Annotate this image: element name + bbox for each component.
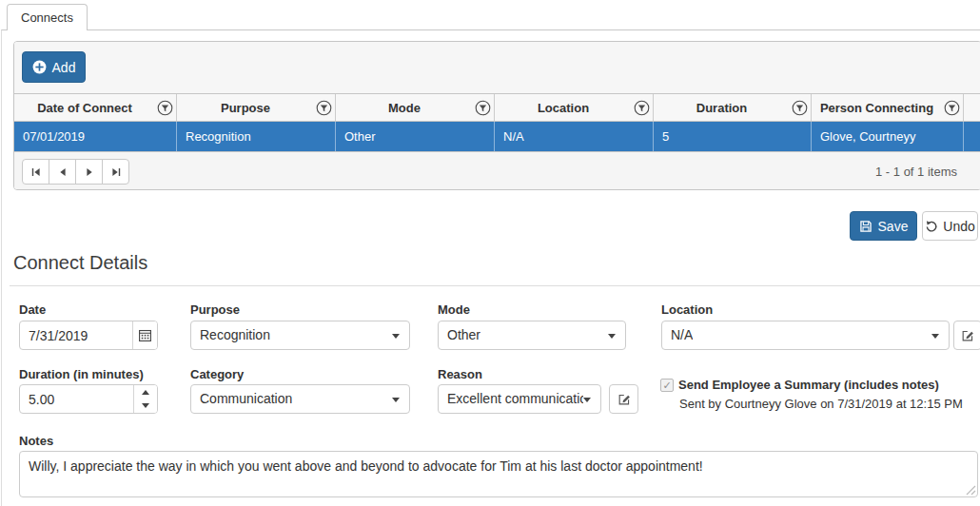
floppy-disk-icon	[859, 220, 872, 233]
duration-stepper	[19, 384, 158, 414]
reason-edit-button[interactable]	[609, 384, 638, 414]
location-select[interactable]: N/A	[661, 321, 950, 350]
undo-arrow-icon	[925, 220, 938, 233]
section-divider	[10, 285, 980, 286]
column-header-duration[interactable]: Duration	[654, 94, 812, 121]
spinner-up-button[interactable]	[134, 385, 157, 399]
mode-label: Mode	[438, 302, 470, 317]
spinner-buttons	[133, 385, 157, 413]
previous-page-icon	[57, 166, 69, 178]
chevron-down-icon	[608, 334, 616, 339]
tab-connects-label: Connects	[21, 10, 73, 25]
category-select[interactable]: Communication	[190, 384, 410, 414]
column-header-location[interactable]: Location	[495, 94, 654, 121]
add-button-label: Add	[52, 60, 76, 75]
cell-duration: 5	[654, 122, 812, 151]
chevron-down-icon	[583, 398, 591, 402]
cell-date-of-connect: 07/01/2019	[14, 122, 177, 151]
calendar-icon	[138, 328, 152, 342]
purpose-label: Purpose	[190, 302, 240, 317]
grid-header-row: Date of Connect Purpose Mode Location Du…	[14, 94, 980, 122]
column-header-person-connecting[interactable]: Person Connecting	[812, 94, 964, 121]
grid-pager: 1 - 1 of 1 items	[14, 151, 980, 189]
connects-grid: Add Date of Connect Purpose Mode Locatio…	[13, 41, 980, 190]
edit-pencil-icon	[617, 393, 631, 406]
column-header-date-of-connect[interactable]: Date of Connect	[14, 94, 177, 121]
purpose-select[interactable]: Recognition	[190, 321, 410, 350]
cell-filler	[964, 122, 980, 151]
resize-grip-icon	[966, 485, 976, 496]
cell-mode: Other	[336, 122, 495, 151]
pager-first-button[interactable]	[22, 159, 49, 185]
column-header-label: Mode	[388, 101, 421, 115]
filter-icon[interactable]	[474, 99, 491, 116]
column-header-label: Location	[538, 101, 589, 115]
column-header-label: Person Connecting	[820, 101, 933, 115]
chevron-down-icon	[931, 334, 939, 339]
column-header-mode[interactable]: Mode	[336, 94, 495, 121]
filter-icon[interactable]	[791, 99, 808, 116]
date-picker	[19, 321, 158, 350]
save-button[interactable]: Save	[850, 211, 917, 241]
column-header-label: Purpose	[221, 101, 270, 115]
plus-circle-icon	[32, 60, 47, 74]
edit-pencil-icon	[961, 329, 974, 342]
reason-select-value: Excellent communication...	[447, 385, 583, 413]
cell-purpose: Recognition	[177, 122, 336, 151]
add-button[interactable]: Add	[22, 51, 86, 83]
location-label: Location	[661, 302, 713, 317]
location-edit-button[interactable]	[953, 321, 980, 350]
category-select-value: Communication	[200, 385, 292, 413]
column-header-label: Date of Connect	[37, 101, 132, 115]
notes-label: Notes	[19, 434, 53, 448]
location-select-value: N/A	[671, 321, 693, 349]
tab-connects[interactable]: Connects	[7, 4, 88, 30]
arrow-down-icon	[142, 403, 149, 408]
column-header-label: Duration	[696, 101, 747, 115]
duration-input[interactable]	[20, 385, 133, 413]
first-page-icon	[30, 166, 42, 178]
column-header-filler	[964, 94, 980, 121]
undo-button-label: Undo	[943, 219, 974, 234]
duration-label: Duration (in minutes)	[19, 367, 144, 381]
purpose-select-value: Recognition	[200, 321, 270, 349]
notes-textarea[interactable]: Willy, I appreciate the way in which you…	[19, 451, 978, 497]
pager-next-button[interactable]	[75, 159, 103, 185]
pager-info: 1 - 1 of 1 items	[875, 165, 957, 179]
date-input[interactable]	[20, 321, 132, 349]
pager-previous-button[interactable]	[49, 159, 76, 185]
reason-select[interactable]: Excellent communication...	[438, 384, 601, 414]
calendar-button[interactable]	[132, 321, 157, 349]
connects-page: Connects Add Date of Connect Purpose Mod…	[0, 0, 980, 506]
spinner-down-button[interactable]	[134, 399, 157, 414]
mode-select[interactable]: Other	[438, 321, 626, 350]
chevron-down-icon	[392, 398, 400, 402]
date-label: Date	[19, 302, 46, 317]
filter-icon[interactable]	[315, 99, 332, 116]
summary-sent-info: Sent by Courtneyy Glove on 7/31/2019 at …	[679, 397, 963, 411]
next-page-icon	[84, 166, 95, 178]
mode-select-value: Other	[447, 321, 480, 349]
filter-icon[interactable]	[633, 99, 650, 116]
category-label: Category	[190, 367, 244, 381]
reason-label: Reason	[438, 367, 482, 381]
grid-toolbar: Add	[14, 42, 980, 94]
filter-icon[interactable]	[943, 99, 960, 116]
pager-last-button[interactable]	[102, 159, 129, 185]
pager-nav	[22, 159, 129, 185]
cell-person-connecting: Glove, Courtneyy	[812, 122, 964, 151]
cell-location: N/A	[495, 122, 654, 151]
summary-checkbox: ✓	[660, 379, 674, 392]
chevron-down-icon	[392, 334, 400, 339]
last-page-icon	[110, 166, 122, 178]
filter-icon[interactable]	[156, 99, 173, 116]
arrow-up-icon	[142, 390, 149, 395]
summary-checkbox-label: Send Employee a Summary (includes notes)	[678, 378, 939, 392]
save-button-label: Save	[878, 219, 909, 234]
table-row-selected[interactable]: 07/01/2019 Recognition Other N/A 5 Glove…	[14, 122, 980, 151]
section-title-connect-details: Connect Details	[13, 252, 147, 274]
undo-button[interactable]: Undo	[922, 211, 978, 241]
column-header-purpose[interactable]: Purpose	[177, 94, 336, 121]
